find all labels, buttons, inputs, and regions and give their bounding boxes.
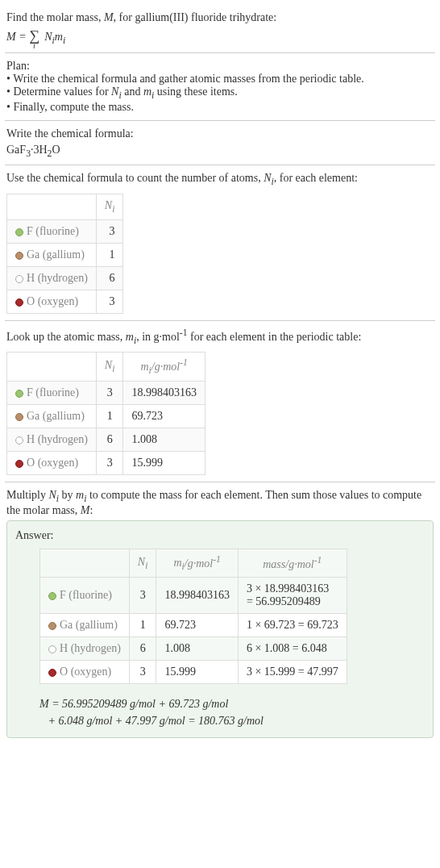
table-row: Ga (gallium) 1 69.723 [7, 404, 205, 428]
answer-title: Answer: [15, 529, 425, 542]
gallium-dot-icon [15, 252, 23, 260]
mass-calc-f: 3 × 18.998403163= 56.995209489 [238, 578, 347, 614]
ni-header: Ni [96, 194, 123, 220]
plan-item-2: Determine values for Ni and mi using the… [6, 86, 434, 101]
answer-table: Ni mi/g·mol-1 mass/g·mol-1 F (fluorine) … [39, 549, 347, 684]
table-row: Ga (gallium) 1 69.723 1 × 69.723 = 69.72… [40, 614, 347, 637]
ni-h: 6 [96, 266, 123, 290]
table-row: H (hydrogen) 6 [7, 266, 123, 290]
oxygen-dot-icon [15, 298, 23, 307]
intro-text: Find the molar mass, M, for gallium(III)… [6, 11, 434, 24]
oxygen-dot-icon [15, 460, 23, 468]
ni-f: 3 [96, 219, 123, 243]
element-cell-o: O (oxygen) [7, 290, 97, 313]
mass-calc-h: 6 × 1.008 = 6.048 [238, 637, 347, 661]
mi-header: mi/g·mol-1 [156, 549, 239, 577]
intro-section: Find the molar mass, M, for gallium(III)… [5, 5, 435, 53]
mass-calc-o: 3 × 15.999 = 47.997 [238, 661, 347, 684]
fluorine-dot-icon [15, 390, 23, 398]
multiply-section: Multiply Ni by mi to compute the mass fo… [5, 482, 435, 745]
fluorine-dot-icon [15, 228, 23, 236]
count-intro: Use the chemical formula to count the nu… [6, 172, 434, 187]
lookup-section: Look up the atomic mass, mi, in g·mol-1 … [5, 321, 435, 482]
plan-list: Write the chemical formula and gather at… [6, 73, 434, 114]
table-row: F (fluorine) 3 [7, 219, 123, 243]
element-cell-h: H (hydrogen) [7, 266, 97, 290]
multiply-intro: Multiply Ni by mi to compute the mass fo… [6, 489, 434, 517]
table-row: F (fluorine) 3 18.998403163 [7, 381, 205, 404]
hydrogen-dot-icon [15, 275, 23, 283]
table-header-row: Ni mi/g·mol-1 [7, 353, 205, 381]
plan-item-1: Write the chemical formula and gather at… [6, 73, 434, 86]
hydrogen-dot-icon [15, 436, 23, 444]
plan-item-3: Finally, compute the mass. [6, 101, 434, 114]
lookup-table: Ni mi/g·mol-1 F (fluorine) 3 18.99840316… [6, 352, 205, 474]
table-row: O (oxygen) 3 [7, 290, 123, 313]
table-header-row: Ni mi/g·mol-1 mass/g·mol-1 [40, 549, 347, 577]
lookup-intro: Look up the atomic mass, mi, in g·mol-1 … [6, 328, 434, 345]
gallium-dot-icon [48, 622, 56, 630]
molar-mass-formula: M = ∑i Nimi [6, 27, 434, 46]
ni-header: Ni [96, 353, 123, 381]
count-table: Ni F (fluorine) 3 Ga (gallium) 1 H (hydr… [6, 194, 123, 314]
hydrogen-dot-icon [48, 645, 56, 653]
element-cell-ga: Ga (gallium) [7, 243, 97, 266]
ni-o: 3 [96, 290, 123, 313]
empty-header [7, 194, 97, 220]
fluorine-dot-icon [48, 592, 56, 600]
empty-header [40, 549, 130, 577]
intro-line1-end: , for gallium(III) fluoride trihydrate: [114, 11, 277, 23]
ni-ga: 1 [96, 243, 123, 266]
table-row: H (hydrogen) 6 1.008 6 × 1.008 = 6.048 [40, 637, 347, 661]
chemical-formula: GaF3·3H2O [6, 144, 434, 159]
table-header-row: Ni [7, 194, 123, 220]
mass-header: mass/g·mol-1 [238, 549, 347, 577]
count-atoms-section: Use the chemical formula to count the nu… [5, 165, 435, 321]
chemical-formula-section: Write the chemical formula: GaF3·3H2O [5, 121, 435, 166]
plan-title: Plan: [6, 60, 434, 73]
answer-box: Answer: Ni mi/g·mol-1 mass/g·mol-1 F (fl… [6, 520, 434, 738]
chemformula-title: Write the chemical formula: [6, 127, 434, 140]
intro-var-m: M [104, 11, 114, 23]
table-row: Ga (gallium) 1 [7, 243, 123, 266]
mass-calc-ga: 1 × 69.723 = 69.723 [238, 614, 347, 637]
table-row: F (fluorine) 3 18.998403163 3 × 18.99840… [40, 578, 347, 614]
empty-header [7, 353, 97, 381]
table-row: O (oxygen) 3 15.999 [7, 451, 205, 474]
element-cell-f: F (fluorine) [7, 219, 97, 243]
table-row: O (oxygen) 3 15.999 3 × 15.999 = 47.997 [40, 661, 347, 684]
intro-line1: Find the molar mass, [6, 11, 104, 23]
plan-section: Plan: Write the chemical formula and gat… [5, 53, 435, 121]
mi-header: mi/g·mol-1 [123, 353, 205, 381]
final-molar-mass: M = 56.995209489 g/mol + 69.723 g/mol + … [39, 695, 425, 729]
table-row: H (hydrogen) 6 1.008 [7, 428, 205, 451]
ni-header: Ni [129, 549, 156, 577]
oxygen-dot-icon [48, 669, 56, 677]
gallium-dot-icon [15, 413, 23, 421]
